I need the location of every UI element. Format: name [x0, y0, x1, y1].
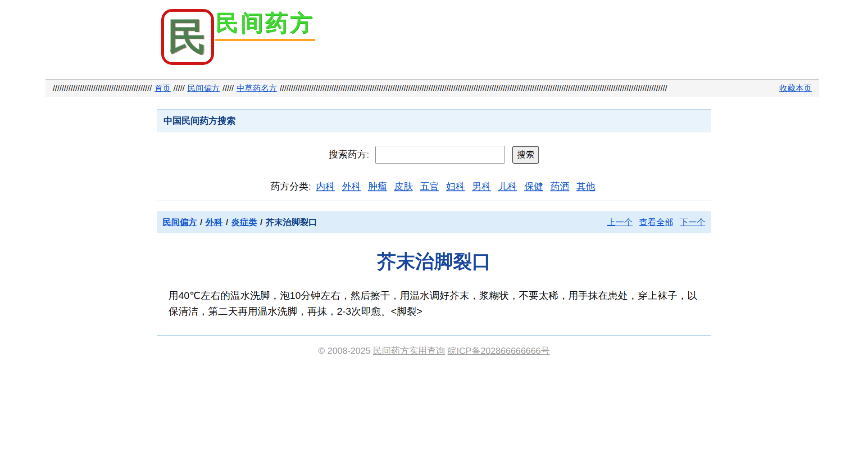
page-header: 民 民间药方 — [0, 0, 868, 79]
search-button[interactable]: 搜索 — [512, 146, 539, 164]
category-link-tumor[interactable]: 肿瘤 — [368, 181, 387, 191]
crumb-current-page: 芥末治脚裂口 — [266, 217, 317, 227]
icp-license-link[interactable]: 皖ICP备202866666666号 — [448, 346, 550, 356]
crumb-separator: / — [260, 217, 263, 227]
bookmark-page-link[interactable]: 收藏本页 — [779, 83, 812, 94]
site-logo: 民 — [161, 9, 214, 65]
breadcrumb-bar: 民间偏方/外科/炎症类/芥末治脚裂口 上一个 查看全部 下一个 — [157, 212, 711, 233]
category-row: 药方分类: 内科 外科 肿瘤 皮肤 五官 妇科 男科 儿科 保健 药酒 其他 — [157, 180, 711, 193]
search-input[interactable] — [375, 146, 505, 164]
crumb-surgery[interactable]: 外科 — [205, 217, 223, 227]
category-link-facial[interactable]: 五官 — [420, 181, 439, 191]
article-body: 芥末治脚裂口 用40℃左右的温水洗脚，泡10分钟左右，然后擦干，用温水调好芥末，… — [157, 233, 711, 335]
next-article-link[interactable]: 下一个 — [680, 217, 705, 227]
logo-min-glyph: 民 — [168, 18, 207, 56]
logo-underline-bar — [215, 39, 315, 41]
category-link-other[interactable]: 其他 — [577, 181, 595, 191]
breadcrumb: 民间偏方/外科/炎症类/芥末治脚裂口 — [163, 217, 317, 228]
crumb-inflammation[interactable]: 炎症类 — [232, 217, 257, 227]
category-link-andrology[interactable]: 男科 — [472, 181, 491, 191]
category-link-internal[interactable]: 内科 — [316, 181, 335, 191]
crumb-separator: / — [226, 217, 228, 227]
main-content: 中国民间药方搜索 搜索药方: 搜索 药方分类: 内科 外科 肿瘤 皮肤 五官 妇… — [157, 109, 711, 336]
nav-link-folk-remedies[interactable]: 民间偏方 — [187, 83, 220, 94]
page-footer: © 2008-2025 民间药方实用查询 皖ICP备202866666666号 — [0, 345, 868, 357]
category-link-medicinal-wine[interactable]: 药酒 — [550, 181, 569, 191]
category-link-surgery[interactable]: 外科 — [342, 181, 361, 191]
category-link-skin[interactable]: 皮肤 — [394, 181, 413, 191]
site-title: 民间药方 — [216, 11, 315, 36]
nav-link-home[interactable]: 首页 — [155, 83, 171, 94]
prev-article-link[interactable]: 上一个 — [607, 217, 632, 227]
article-pager: 上一个 查看全部 下一个 — [603, 217, 705, 228]
search-panel-title: 中国民间药方搜索 — [157, 110, 711, 132]
search-label: 搜索药方: — [329, 149, 369, 159]
view-all-link[interactable]: 查看全部 — [639, 217, 673, 227]
search-row: 搜索药方: 搜索 — [157, 146, 711, 164]
article-panel: 民间偏方/外科/炎症类/芥末治脚裂口 上一个 查看全部 下一个 芥末治脚裂口 用… — [157, 212, 711, 336]
category-link-gynecology[interactable]: 妇科 — [446, 181, 465, 191]
crumb-separator: / — [200, 217, 202, 227]
nav-link-herbal-formulas[interactable]: 中草药名方 — [236, 83, 277, 94]
article-text: 用40℃左右的温水洗脚，泡10分钟左右，然后擦干，用温水调好芥末，浆糊状，不要太… — [168, 288, 700, 319]
nav-slashes-right: ////////////////////////////////////////… — [280, 84, 768, 93]
nav-slashes-sep2: ///// — [223, 84, 234, 93]
nav-slashes-sep1: ///// — [173, 84, 185, 93]
category-link-healthcare[interactable]: 保健 — [524, 181, 543, 191]
category-label: 药方分类: — [270, 181, 311, 191]
search-panel-body: 搜索药方: 搜索 药方分类: 内科 外科 肿瘤 皮肤 五官 妇科 男科 儿科 保… — [157, 132, 711, 200]
site-link[interactable]: 民间药方实用查询 — [373, 346, 445, 356]
category-link-pediatrics[interactable]: 儿科 — [498, 181, 517, 191]
nav-slashes-left: ////////////////////////////////////////… — [53, 84, 152, 93]
article-title: 芥末治脚裂口 — [168, 249, 700, 274]
crumb-folk-remedies[interactable]: 民间偏方 — [163, 217, 197, 227]
top-nav-bar: ////////////////////////////////////////… — [45, 79, 819, 97]
search-panel: 中国民间药方搜索 搜索药方: 搜索 药方分类: 内科 外科 肿瘤 皮肤 五官 妇… — [157, 109, 711, 200]
copyright-text: © 2008-2025 — [318, 346, 371, 356]
